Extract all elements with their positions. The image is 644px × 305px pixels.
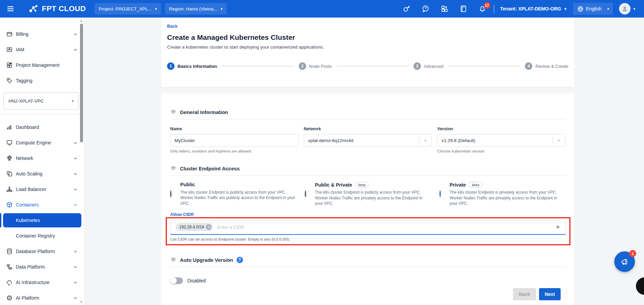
step-review-create[interactable]: 4 Review & Create (525, 62, 568, 70)
version-select[interactable]: v1.29.8 (Default) (437, 134, 565, 147)
step-advanced[interactable]: 3 Advanced (413, 62, 444, 70)
cidr-chip[interactable]: 192.28.4.0/24 ✕ (176, 223, 213, 231)
sidebar-item-iam[interactable]: IAM (0, 42, 84, 57)
bell-icon[interactable]: 17 (478, 5, 486, 13)
cidr-input[interactable] (217, 225, 555, 230)
sidebar-item-auto-scaling[interactable]: Auto Scaling (0, 166, 84, 182)
sidebar-item-compute-engine[interactable]: Compute Engine (0, 135, 84, 150)
endpoint-option-private[interactable]: Private beta The k8s cluster Endpoint is… (439, 182, 565, 206)
sidebar-nav-list: Dashboard Compute Engine Network Auto Sc… (0, 114, 84, 305)
chevron-up-icon (73, 202, 78, 207)
user-menu[interactable]: ▾ (619, 3, 635, 15)
radio-public[interactable] (170, 190, 171, 197)
next-button[interactable]: Next (539, 288, 561, 300)
name-helper: Only letters, numbers and hyphens are al… (170, 149, 298, 153)
fpt-cloud-logo[interactable]: FPT CLOUD (28, 3, 86, 15)
section-general-information: General Information Name Only letters, n… (170, 93, 565, 153)
network-select[interactable]: xplat-demo-6q12ms4d (304, 134, 432, 147)
megaphone-icon (620, 257, 629, 266)
endpoint-option-public[interactable]: Public The k8s cluster Endpoint is publi… (170, 182, 296, 206)
active-indicator (0, 213, 1, 227)
vpc-selector[interactable]: HN2-XPLAT-VPC ▾ (3, 92, 79, 110)
endpoint-option-public-private[interactable]: Public & Private beta The k8s cluster En… (305, 182, 431, 206)
sidebar-item-kubernetes[interactable]: Kubernetes (0, 213, 84, 228)
section-auto-upgrade-version: Auto Upgrade Version ? Disabled (170, 245, 565, 284)
sidebar-item-ai-infrastructure[interactable]: AI Infrastructure (0, 275, 84, 290)
version-label: Version (437, 126, 565, 131)
help-question-icon[interactable]: ? (237, 257, 243, 263)
region-selector[interactable]: Region: Hanoi (Vietna... ▾ (165, 3, 227, 15)
chevron-down-icon (73, 47, 78, 52)
notification-badge: 17 (484, 2, 490, 9)
scrollbar-thumb[interactable] (80, 24, 83, 142)
chip-remove-icon[interactable]: ✕ (206, 224, 211, 230)
chevron-down-icon (73, 156, 78, 161)
hamburger-menu-icon[interactable] (5, 4, 16, 14)
sidebar-item-network[interactable]: Network (0, 150, 84, 166)
sidebar-utility-list: Billing IAM Project Management Tagging (0, 18, 84, 88)
bar-chart-icon (6, 124, 13, 131)
apps-plus-icon[interactable] (440, 5, 449, 13)
floating-widget-button[interactable] (636, 277, 644, 295)
header-divider (494, 4, 494, 13)
endpoint-option-description: The k8s cluster Endpoint is privately ac… (450, 190, 565, 206)
page-title: Create a Managed Kubernetes Cluster (167, 33, 568, 41)
announcements-button[interactable]: 1 (614, 251, 635, 272)
page-header-panel: Back Create a Managed Kubernetes Cluster… (161, 18, 574, 87)
form-card: General Information Name Only letters, n… (161, 93, 574, 305)
sidebar-item-project-management[interactable]: Project Management (0, 57, 84, 73)
toggle-label: Disabled (187, 278, 206, 283)
sidebar-item-database-platform[interactable]: Database Platform (0, 244, 84, 259)
step-node-pools[interactable]: 2 Node Pools (299, 62, 332, 70)
monitor-icon (6, 139, 13, 146)
cluster-name-input[interactable] (170, 134, 298, 147)
back-button[interactable]: Back (513, 288, 536, 300)
load-balancer-icon (6, 186, 13, 193)
chevron-down-icon (73, 171, 78, 176)
sidebar: Billing IAM Project Management Tagging H… (0, 18, 84, 305)
sidebar-item-ai-platform[interactable]: AI AI Platform (0, 290, 84, 305)
sidebar-item-billing[interactable]: Billing (0, 26, 84, 42)
step-connector (448, 66, 520, 66)
scrollbar-up-arrow[interactable]: ▲ (80, 19, 83, 22)
section-title: Cluster Endpoint Access (180, 166, 240, 171)
sidebar-item-load-balancer[interactable]: Load Balancer (0, 182, 84, 197)
section-cluster-endpoint-access: Cluster Endpoint Access Public The k8s c… (170, 153, 565, 245)
help-chat-icon[interactable] (422, 5, 430, 13)
chevron-down-icon (73, 265, 78, 270)
language-selector[interactable]: English ▾ (573, 3, 613, 15)
tenant-selector[interactable]: Tenant: XPLAT-DEMO-ORG ▾ (500, 6, 566, 11)
chevron-down-icon: ▾ (607, 7, 609, 11)
scrollbar-down-arrow[interactable]: ▼ (80, 300, 83, 304)
chevron-down-icon (553, 138, 565, 143)
cube-icon (6, 201, 13, 208)
sidebar-item-containers[interactable]: Containers (0, 197, 84, 213)
announcements-badge: 1 (629, 250, 636, 257)
beta-badge: beta (468, 182, 482, 188)
back-link[interactable]: Back (167, 24, 178, 29)
radio-private[interactable] (439, 190, 441, 197)
auto-scaling-icon (6, 170, 13, 177)
name-label: Name (170, 126, 298, 131)
cloud-sync-icon (6, 279, 13, 286)
wizard-footer: Back Next (513, 288, 561, 300)
sidebar-item-container-registry[interactable]: Container Registry (0, 228, 84, 244)
key-icon[interactable] (403, 5, 411, 13)
radio-public-private[interactable] (305, 190, 306, 197)
layers-icon (170, 109, 177, 115)
sidebar-item-data-platform[interactable]: Data Platform (0, 259, 84, 275)
step-basics-information[interactable]: 1 Basics Information (167, 62, 217, 70)
docs-book-icon[interactable] (459, 5, 467, 13)
auto-upgrade-toggle[interactable] (170, 277, 183, 284)
endpoint-option-description: The k8s cluster Endpoint is publicly acc… (315, 190, 431, 206)
layers-icon (170, 165, 177, 172)
allow-cidr-input-box[interactable]: 192.28.4.0/24 ✕ ✕ (170, 220, 566, 235)
sidebar-item-dashboard[interactable]: Dashboard (0, 119, 84, 135)
project-selector[interactable]: Project: PROJECT_XPL... ▾ (95, 3, 161, 15)
sidebar-item-tagging[interactable]: Tagging (0, 73, 84, 88)
step-connector (222, 66, 294, 66)
clear-input-icon[interactable]: ✕ (555, 224, 561, 230)
top-bar: FPT CLOUD Project: PROJECT_XPL... ▾ Regi… (0, 0, 644, 18)
wizard-stepper: 1 Basics Information 2 Node Pools 3 Adva… (167, 62, 568, 70)
chevron-down-icon: ▾ (564, 7, 566, 11)
